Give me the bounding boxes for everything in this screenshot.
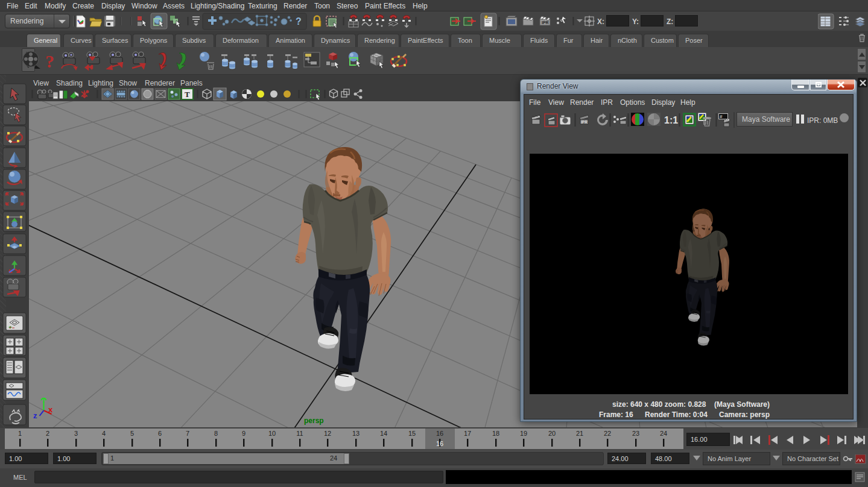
svg-text:20: 20 xyxy=(548,430,556,437)
svg-text:6: 6 xyxy=(158,430,162,437)
svg-text:2: 2 xyxy=(46,430,49,437)
svg-text:z: z xyxy=(33,411,37,420)
svg-text:5: 5 xyxy=(130,430,134,437)
svg-text:17: 17 xyxy=(464,430,471,437)
svg-text:IPR: IPR xyxy=(581,120,588,124)
svg-text:21: 21 xyxy=(576,430,583,437)
svg-text:12: 12 xyxy=(324,430,331,437)
svg-text:16: 16 xyxy=(436,440,443,447)
svg-text:4: 4 xyxy=(102,430,106,437)
svg-text:24: 24 xyxy=(660,430,667,437)
svg-text:T: T xyxy=(185,90,190,99)
svg-text:x: x xyxy=(48,405,53,414)
svg-text:9: 9 xyxy=(242,430,246,437)
svg-text:22: 22 xyxy=(604,430,611,437)
svg-text:13: 13 xyxy=(352,430,360,437)
svg-text:?: ? xyxy=(296,16,302,27)
svg-text:1: 1 xyxy=(18,430,22,437)
svg-text:14: 14 xyxy=(380,430,387,437)
svg-text:7: 7 xyxy=(186,430,189,437)
svg-text:16: 16 xyxy=(436,430,443,437)
svg-text:IPR: IPR xyxy=(542,20,549,25)
svg-text:23: 23 xyxy=(632,430,639,437)
svg-text:8: 8 xyxy=(214,430,218,437)
svg-text:persp: persp xyxy=(304,416,324,425)
svg-text:11: 11 xyxy=(296,430,303,437)
svg-text:3: 3 xyxy=(74,430,78,437)
svg-text:#: # xyxy=(720,114,723,119)
svg-text:19: 19 xyxy=(520,430,527,437)
svg-text:?: ? xyxy=(45,51,54,71)
svg-text:10: 10 xyxy=(268,430,276,437)
svg-text:15: 15 xyxy=(408,430,416,437)
svg-text:1:1: 1:1 xyxy=(664,115,678,125)
svg-text:18: 18 xyxy=(492,430,499,437)
